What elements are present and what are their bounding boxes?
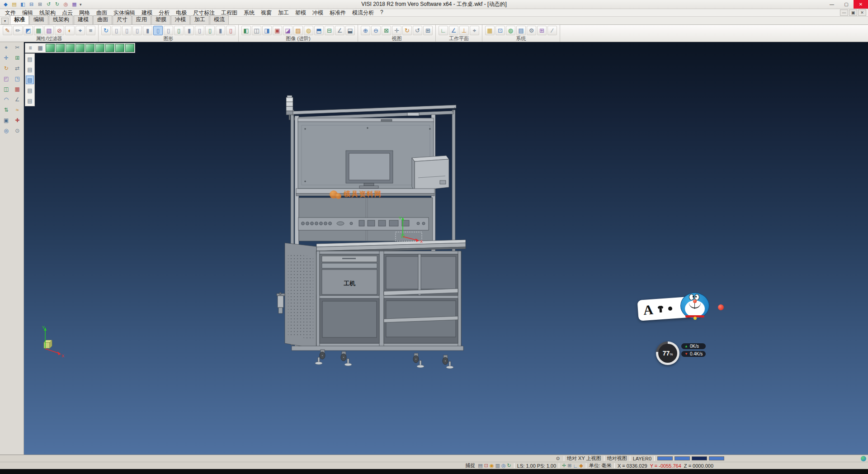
lighting-icon[interactable]: ◍	[304, 26, 313, 35]
offset-icon[interactable]: ◫	[2, 85, 11, 93]
texture-icon[interactable]: ▨	[293, 26, 303, 35]
menu-item-17[interactable]: 标准件	[326, 9, 349, 17]
fillet-icon[interactable]: ◠	[2, 95, 11, 104]
layers-icon[interactable]: ▦	[71, 1, 78, 8]
chamfer-icon[interactable]: ∠	[13, 95, 22, 104]
hidden-line-icon[interactable]: ◨	[262, 26, 272, 35]
zoom-status-icon[interactable]: ⊙	[555, 455, 561, 461]
table-icon[interactable]: ▤	[516, 26, 526, 35]
workplane-3point-icon[interactable]: ∠	[449, 26, 458, 35]
background-icon[interactable]: ⬒	[314, 26, 324, 35]
graphics-panel-icon-9[interactable]: ▯	[195, 26, 204, 35]
graphics-panel-icon-12[interactable]: ▯	[226, 26, 236, 35]
viewport-config-icon-2[interactable]: ▤	[26, 65, 34, 74]
minimize-button[interactable]: —	[825, 0, 839, 9]
tab-1[interactable]: 编辑	[29, 15, 48, 24]
divide-icon[interactable]: ≈	[13, 106, 22, 114]
color-filter-icon[interactable]: ◩	[24, 26, 33, 35]
viewport-config-icon-5[interactable]: ▤	[26, 96, 34, 105]
graphics-panel-icon-11[interactable]: ▮	[216, 26, 225, 35]
tab-0[interactable]: 标准	[10, 15, 29, 24]
trim-icon[interactable]: ✂	[13, 43, 22, 52]
grid-toggle-icon[interactable]: ⊞	[567, 463, 571, 469]
graphics-panel-icon-7[interactable]: ▯	[174, 26, 184, 35]
viewport-config-icon-3[interactable]: ▤	[26, 76, 34, 84]
undo-icon[interactable]: ↺	[45, 1, 52, 8]
select-icon[interactable]: ⌖	[2, 43, 11, 52]
menu-item-19[interactable]: ?	[377, 9, 387, 17]
save-icon[interactable]: ⊟	[28, 1, 35, 8]
query-icon[interactable]: ◎	[2, 127, 11, 135]
tab-2[interactable]: 线架构	[49, 15, 73, 24]
view-mode-status[interactable]: 绝对 XY 上视图	[567, 455, 601, 462]
transparency-icon[interactable]: ◪	[283, 26, 292, 35]
layer-color-swatch-2[interactable]	[692, 456, 707, 460]
refresh-view-icon[interactable]: ↻	[101, 26, 111, 35]
menu-item-12[interactable]: 系统	[241, 9, 258, 17]
viewport-config-icon-4[interactable]: ▤	[26, 86, 34, 95]
tab-list-dropdown-icon[interactable]: ▾	[1, 18, 9, 24]
top-view-cube-icon[interactable]	[66, 44, 75, 52]
front-view-cube-icon[interactable]	[56, 44, 65, 52]
ortho-toggle-icon[interactable]: ∟	[573, 463, 578, 469]
right-view-cube-icon[interactable]	[75, 44, 85, 52]
selection-filter-icon[interactable]: ⌖	[75, 26, 85, 35]
settings-grid-icon[interactable]: ⚙	[527, 26, 536, 35]
world-status-icon[interactable]	[861, 456, 866, 461]
tab-6[interactable]: 应用	[132, 15, 151, 24]
quick-access-dropdown-icon[interactable]: ▾	[78, 2, 83, 7]
keyboard-status-icon[interactable]: ▤	[478, 463, 482, 469]
redo-icon[interactable]: ↻	[53, 1, 61, 8]
world-globe-icon[interactable]: ◍	[506, 26, 515, 35]
eraser-icon[interactable]: ⊘	[55, 26, 64, 35]
tab-7[interactable]: 塑膜	[151, 15, 170, 24]
measure-icon[interactable]: ⊞	[423, 26, 433, 35]
graphics-panel-icon-10[interactable]: ▯	[205, 26, 215, 35]
shade-mode-icon[interactable]: ◧	[241, 26, 251, 35]
active-layer-status[interactable]: LAYER0	[633, 456, 651, 461]
print-icon[interactable]: ⊞	[36, 1, 44, 8]
absolute-view-status[interactable]: 绝对视图	[607, 455, 627, 462]
magnet-snap-icon[interactable]: ◐	[65, 26, 75, 35]
memory-usage-gauge[interactable]: 77 %	[656, 341, 679, 365]
extend-icon[interactable]: ⇅	[2, 106, 11, 114]
tab-3[interactable]: 建模	[74, 15, 93, 24]
snapshot-icon[interactable]: ⊡	[495, 26, 505, 35]
workplane-view-icon[interactable]: ⊥	[459, 26, 469, 35]
highlight-status-icon[interactable]: ◉	[490, 463, 494, 469]
screen-capture-icon[interactable]: ⊡	[484, 463, 488, 469]
view-menu-icon[interactable]: ≡	[26, 44, 35, 52]
clipboard-status-icon[interactable]: ▥	[495, 463, 500, 469]
ruler-icon[interactable]: ∕	[547, 26, 557, 35]
previous-view-icon[interactable]: ↺	[413, 26, 422, 35]
graphics-panel-icon-4[interactable]: ▮	[143, 26, 152, 35]
rotate-icon[interactable]: ↻	[2, 64, 11, 72]
calculator-icon[interactable]: ⊞	[537, 26, 547, 35]
tab-4[interactable]: 曲面	[93, 15, 112, 24]
scale-icon[interactable]: ◰	[2, 75, 11, 83]
pan-icon[interactable]: ✛	[392, 26, 401, 35]
wireframe-mode-icon[interactable]: ◫	[252, 26, 261, 35]
pattern-icon[interactable]: ▦	[13, 85, 22, 93]
snap-status-label[interactable]: 捕捉	[465, 462, 475, 469]
help-doc-icon[interactable]: ◎	[62, 1, 70, 8]
mdi-restore-button[interactable]: ▣	[849, 9, 857, 16]
graphics-panel-icon-8[interactable]: ▮	[184, 26, 194, 35]
layer-filter-icon[interactable]: ▦	[34, 26, 43, 35]
render-quality-icon[interactable]: ▣	[273, 26, 282, 35]
bottom-view-cube-icon[interactable]	[105, 44, 114, 52]
close-button[interactable]: ✕	[854, 0, 868, 9]
se-iso-view-cube-icon[interactable]	[115, 44, 124, 52]
mirror-icon[interactable]: ⇄	[13, 64, 22, 72]
zoom-extents-icon[interactable]: ⊠	[382, 26, 391, 35]
menu-item-15[interactable]: 塑模	[292, 9, 309, 17]
zoom-out-icon[interactable]: ⊖	[371, 26, 381, 35]
graphics-panel-icon-3[interactable]: ▯	[132, 26, 142, 35]
zoom-2d-status-icon[interactable]: ◎	[501, 463, 506, 469]
graphics-panel-icon-5[interactable]: ▯	[153, 26, 163, 35]
viewport-config-icon-1[interactable]: ▤	[26, 55, 34, 63]
refresh-status-icon[interactable]: ↻	[507, 463, 511, 469]
menu-item-14[interactable]: 加工	[275, 9, 292, 17]
info-icon[interactable]: ⊙	[13, 127, 22, 135]
section-view-icon[interactable]: ⊟	[325, 26, 334, 35]
